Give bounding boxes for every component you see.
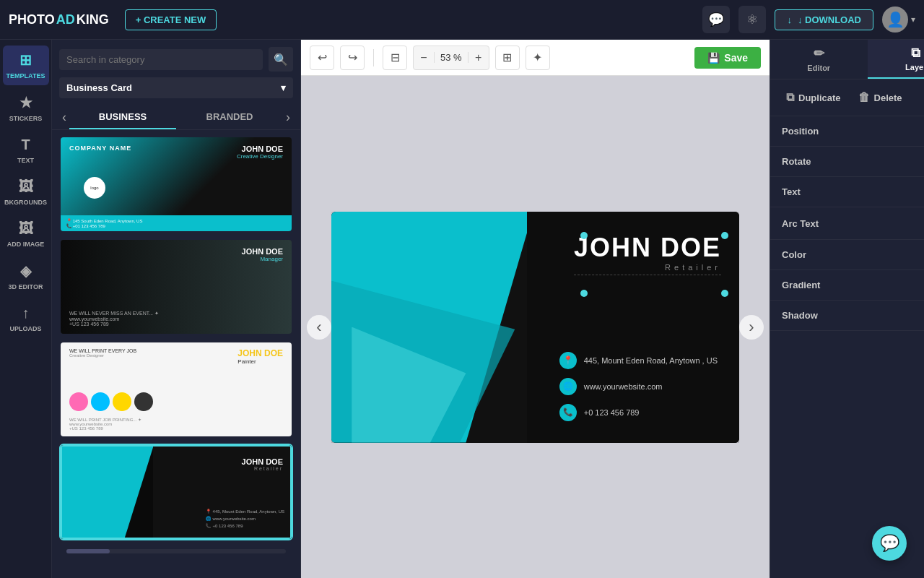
sidebar-label-3d-editor: 3D EDITOR	[9, 283, 43, 290]
eraser-button[interactable]: ✦	[526, 46, 550, 70]
color-property[interactable]: Color ▾	[770, 240, 924, 270]
uploads-icon: ↑	[22, 305, 30, 322]
search-button[interactable]: 🔍	[269, 47, 293, 72]
category-chevron-icon: ▾	[281, 82, 286, 93]
canvas-next-button[interactable]: ›	[739, 315, 764, 340]
create-new-button[interactable]: + CREATE NEW	[125, 9, 217, 30]
undo-button[interactable]: ↩	[310, 46, 334, 70]
zoom-out-button[interactable]: −	[414, 46, 434, 69]
card-address: 445, Mount Eden Road, Anytown , US	[584, 356, 718, 365]
template-tabs: ‹ BUSINESS BRANDED ›	[52, 105, 300, 130]
logo-ad: AD	[56, 12, 75, 27]
download-button[interactable]: ↓ ↓ DOWNLOAD	[775, 9, 873, 30]
canvas-area: ↩ ↪ ⊟ − 53 % + ⊞ ✦ 💾 Save	[301, 40, 770, 578]
zoom-in-button[interactable]: +	[468, 46, 489, 69]
tab-editor[interactable]: ✏ Editor	[770, 40, 868, 79]
address-icon: 📍	[559, 352, 577, 369]
tab-layer[interactable]: ⧉ Layer	[868, 40, 925, 79]
card-website-line: 🌐 www.yourwebsite.com	[559, 378, 718, 395]
canvas-toolbar: ↩ ↪ ⊟ − 53 % + ⊞ ✦ 💾 Save	[301, 40, 770, 76]
delete-button[interactable]: 🗑 Delete	[853, 88, 908, 107]
layer-tab-icon: ⧉	[911, 46, 920, 61]
sidebar-item-stickers[interactable]: ★ STICKERS	[3, 88, 49, 128]
grid-icon: ⊞	[502, 51, 512, 64]
right-panel: ✏ Editor ⧉ Layer ⧉ Duplicate 🗑 Delete Po…	[770, 40, 924, 578]
redo-icon: ↪	[348, 51, 357, 64]
tab-prev-button[interactable]: ‹	[59, 107, 69, 128]
templates-list: COMPANY NAME JOHN DOE Creative Designer …	[52, 136, 300, 578]
avatar: 👤	[882, 7, 908, 33]
business-card-preview[interactable]: JOHN DOE Retailer	[331, 212, 739, 443]
duplicate-button[interactable]: ⧉ Duplicate	[780, 88, 847, 107]
card-name-area: JOHN DOE Retailer	[574, 233, 721, 276]
template-preview-2: JOHN DOE Manager WE WILL NEVER MISS AN E…	[61, 240, 292, 334]
arc-text-property[interactable]: Arc Text	[770, 207, 924, 240]
logo-photo: PHOTO	[9, 12, 55, 27]
template-card-2[interactable]: JOHN DOE Manager WE WILL NEVER MISS AN E…	[59, 238, 293, 335]
card-address-line: 📍 445, Mount Eden Road, Anytown , US	[559, 352, 718, 369]
tab-next-button[interactable]: ›	[283, 107, 293, 128]
left-sidebar: ⊞ TEMPLATES ★ STICKERS T TEXT 🖼 BKGROUND…	[0, 40, 52, 578]
category-selector[interactable]: Business Card ▾	[59, 77, 293, 98]
frame-button[interactable]: ⊟	[383, 46, 407, 70]
canvas-with-nav: ‹ JOHN DOE Retailer	[301, 76, 770, 578]
sidebar-item-uploads[interactable]: ↑ UPLOADS	[3, 299, 49, 338]
gradient-property[interactable]: Gradient ▾	[770, 270, 924, 301]
search-input[interactable]	[59, 49, 263, 70]
share-icon-button[interactable]: ⚛	[738, 6, 766, 33]
scroll-indicator	[66, 549, 286, 553]
rotate-property[interactable]: Rotate ▾	[770, 147, 924, 177]
eraser-icon: ✦	[533, 51, 542, 64]
right-panel-tabs: ✏ Editor ⧉ Layer	[770, 40, 924, 79]
template-card-4[interactable]: JOHN DOE Retailer 📍 445, Mount Eden Road…	[59, 444, 293, 540]
stickers-icon: ★	[19, 94, 32, 111]
sidebar-item-backgrounds[interactable]: 🖼 BKGROUNDS	[3, 173, 49, 212]
sidebar-label-backgrounds: BKGROUNDS	[4, 199, 47, 206]
logo-king: KING	[77, 12, 109, 27]
app-logo: PHOTO AD KING	[9, 12, 109, 27]
template-panel: 🔍 Business Card ▾ ‹ BUSINESS BRANDED ›	[52, 40, 301, 578]
website-icon: 🌐	[559, 378, 577, 395]
editor-tab-icon: ✏	[814, 46, 824, 61]
template-preview-3: WE WILL PRINT EVERY JOB Creative Designe…	[61, 342, 292, 436]
shadow-property[interactable]: Shadow ▾	[770, 301, 924, 331]
text-property[interactable]: Text ▾	[770, 177, 924, 207]
canvas-wrapper: JOHN DOE Retailer	[331, 212, 739, 443]
sidebar-item-templates[interactable]: ⊞ TEMPLATES	[3, 46, 49, 85]
download-icon: ↓	[787, 14, 792, 25]
card-phone-line: 📞 +0 123 456 789	[559, 404, 718, 421]
zoom-control: − 53 % +	[413, 46, 489, 70]
text-icon: T	[21, 137, 30, 153]
sidebar-item-add-image[interactable]: 🖼 ADD IMAGE	[3, 215, 49, 254]
save-button[interactable]: 💾 Save	[694, 47, 761, 69]
search-bar: 🔍	[52, 40, 300, 77]
selection-dot-tr	[721, 232, 728, 239]
delete-icon: 🗑	[858, 91, 870, 104]
position-property[interactable]: Position ▾	[770, 116, 924, 147]
grid-button[interactable]: ⊞	[495, 46, 520, 70]
card-name: JOHN DOE	[574, 233, 721, 262]
frame-icon: ⊟	[391, 51, 400, 64]
template-card-3[interactable]: WE WILL PRINT EVERY JOB Creative Designe…	[59, 341, 293, 438]
template-card-1[interactable]: COMPANY NAME JOHN DOE Creative Designer …	[59, 136, 293, 233]
user-avatar-area[interactable]: 👤 ▾	[882, 7, 915, 33]
redo-button[interactable]: ↪	[340, 46, 365, 70]
tab-business[interactable]: BUSINESS	[69, 105, 176, 129]
backgrounds-icon: 🖼	[19, 178, 33, 195]
canvas-prev-button[interactable]: ‹	[307, 315, 331, 340]
tab-branded[interactable]: BRANDED	[176, 105, 283, 129]
main-layout: ⊞ TEMPLATES ★ STICKERS T TEXT 🖼 BKGROUND…	[0, 40, 924, 578]
selection-dot-bl	[580, 290, 588, 297]
topbar: PHOTO AD KING + CREATE NEW 💬 ⚛ ↓ ↓ DOWNL…	[0, 0, 924, 40]
chat-fab-button[interactable]: 💬	[872, 526, 907, 561]
sidebar-label-text: TEXT	[17, 157, 34, 164]
share-icon: ⚛	[746, 12, 758, 27]
selection-dot-br	[721, 290, 728, 297]
comment-icon-button[interactable]: 💬	[702, 6, 730, 33]
sidebar-item-3d-editor[interactable]: ◈ 3D EDITOR	[3, 256, 49, 296]
sidebar-item-text[interactable]: T TEXT	[3, 131, 49, 170]
sidebar-label-add-image: ADD IMAGE	[7, 241, 45, 248]
template-preview-1: COMPANY NAME JOHN DOE Creative Designer …	[61, 137, 292, 231]
toolbar-separator-1	[373, 49, 374, 66]
template-preview-4: JOHN DOE Retailer 📍 445, Mount Eden Road…	[61, 445, 292, 539]
